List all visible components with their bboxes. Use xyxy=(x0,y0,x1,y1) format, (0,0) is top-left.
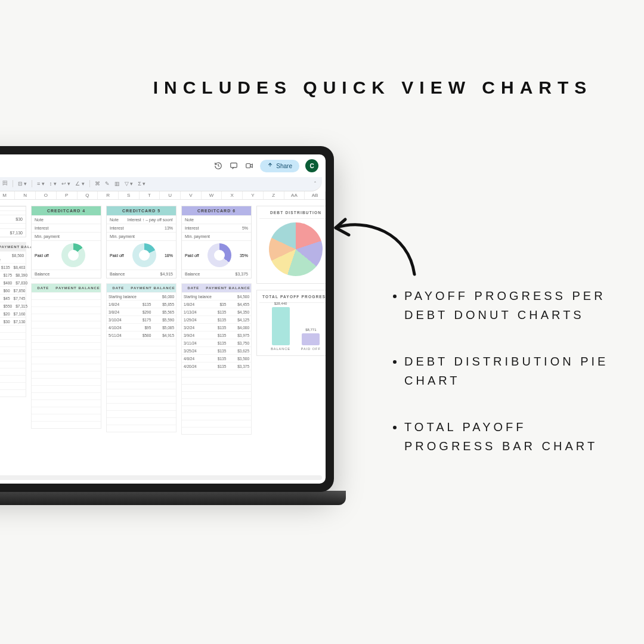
link-icon[interactable]: ⌘ xyxy=(95,181,100,187)
donut-icon xyxy=(208,243,231,267)
payments-table-partial: DATEPAYMENTBALANCE Starting balance$8,50… xyxy=(0,242,26,397)
cc-minpay-val: $30 xyxy=(16,217,23,221)
collapse-toolbar-icon[interactable]: ˆ xyxy=(314,181,316,187)
bar-label: BALANCE xyxy=(271,347,290,351)
bar-value: $8,771 xyxy=(305,328,316,332)
creditcard-column-partial: $30 $7,130 DATEPAYMENTBALANCE Starting b… xyxy=(0,206,26,469)
laptop-screen-bezel: Share C A. ⬚ 田 ⊟ ▾ ≡ ▾ ↕ ▾ ↩ ▾ ∠ ▾ ⌘ ✎ ▥ xyxy=(0,146,334,492)
laptop-base xyxy=(0,491,346,505)
svg-rect-0 xyxy=(231,163,237,168)
sheet-body[interactable]: $30 $7,130 DATEPAYMENTBALANCE Starting b… xyxy=(0,200,326,474)
share-button[interactable]: Share xyxy=(260,160,299,172)
bar-label: PAID OFF xyxy=(301,347,321,351)
merge-icon[interactable]: ⊟ ▾ xyxy=(18,181,27,187)
bar-balance xyxy=(272,307,290,345)
spreadsheet-screen: Share C A. ⬚ 田 ⊟ ▾ ≡ ▾ ↕ ▾ ↩ ▾ ∠ ▾ ⌘ ✎ ▥ xyxy=(0,154,326,484)
sheets-titlebar: Share C xyxy=(0,154,326,177)
bar-value: $28,440 xyxy=(274,302,287,305)
donut-icon xyxy=(61,243,85,267)
valign-icon[interactable]: ↕ ▾ xyxy=(49,181,57,187)
functions-icon[interactable]: Σ ▾ xyxy=(138,181,145,187)
debt-distribution-chart: DEBT DISTRIBUTION xyxy=(256,206,326,284)
donut-icon xyxy=(132,243,156,267)
cc-balance-val: $7,130 xyxy=(10,231,23,235)
meet-icon[interactable] xyxy=(244,161,254,171)
share-label: Share xyxy=(276,163,292,169)
history-icon[interactable] xyxy=(213,161,223,171)
bullet-item: PAYOFF PROGRESS PER DEBT DONUT CHARTS xyxy=(404,286,620,324)
sheets-toolbar[interactable]: A. ⬚ 田 ⊟ ▾ ≡ ▾ ↕ ▾ ↩ ▾ ∠ ▾ ⌘ ✎ ▥ ▽ ▾ Σ ▾… xyxy=(0,177,322,191)
horizontal-scrollbar[interactable] xyxy=(0,475,322,480)
wrap-icon[interactable]: ↩ ▾ xyxy=(61,181,71,187)
callout-arrow-icon xyxy=(325,209,420,280)
pie-icon xyxy=(269,222,323,276)
chart-icon[interactable]: ▥ xyxy=(114,181,120,187)
total-payoff-chart: TOTAL PAYOFF PROGRESS $28,440 BALANCE $8… xyxy=(256,290,326,356)
feature-bullets: PAYOFF PROGRESS PER DEBT DONUT CHARTS DE… xyxy=(394,286,620,483)
laptop-mockup: Share C A. ⬚ 田 ⊟ ▾ ≡ ▾ ↕ ▾ ↩ ▾ ∠ ▾ ⌘ ✎ ▥ xyxy=(0,146,358,540)
charts-column: DEBT DISTRIBUTION TOTAL PAYOFF PROGRESS … xyxy=(256,206,326,469)
headline: INCLUDES QUICK VIEW CHARTS xyxy=(131,78,614,98)
halign-icon[interactable]: ≡ ▾ xyxy=(37,181,45,187)
bullet-item: DEBT DISTRIBUTION PIE CHART xyxy=(404,352,620,390)
rotate-icon[interactable]: ∠ ▾ xyxy=(75,181,85,187)
insert-comment-icon[interactable]: ✎ xyxy=(105,181,110,187)
column-headers[interactable]: LMNOPQRSTUVWXYZAAAB xyxy=(0,191,326,200)
comment-icon[interactable] xyxy=(229,161,239,171)
filter-icon[interactable]: ▽ ▾ xyxy=(125,181,134,187)
bar-paid xyxy=(302,333,320,345)
chart-title: DEBT DISTRIBUTION xyxy=(259,209,326,219)
avatar[interactable]: C xyxy=(305,159,318,172)
svg-rect-1 xyxy=(246,164,250,168)
bullet-item: TOTAL PAYOFF PROGRESS BAR CHART xyxy=(404,417,620,456)
borders-icon[interactable]: 田 xyxy=(2,179,8,187)
chart-title: TOTAL PAYOFF PROGRESS xyxy=(259,293,326,303)
